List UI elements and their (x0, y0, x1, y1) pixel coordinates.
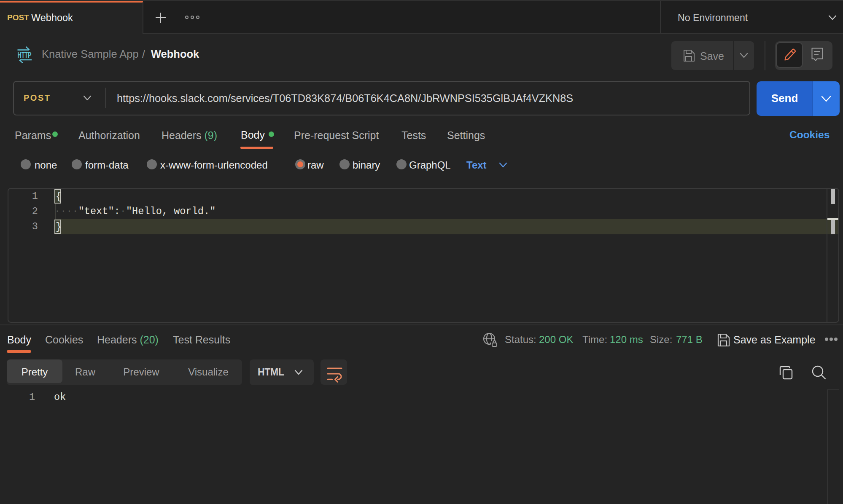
svg-text:HTTP: HTTP (18, 51, 32, 59)
